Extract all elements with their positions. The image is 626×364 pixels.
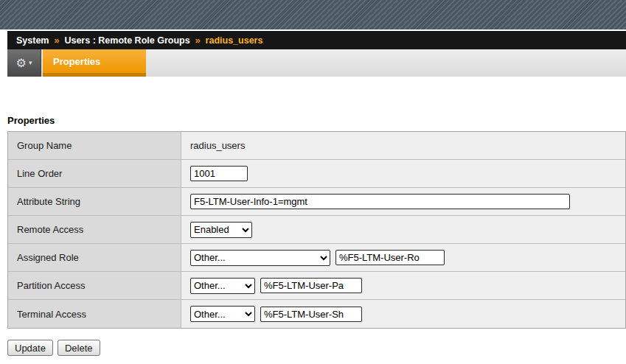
line-order-label: Line Order bbox=[8, 160, 181, 187]
assigned-role-input[interactable] bbox=[335, 250, 445, 265]
breadcrumb-separator-icon: » bbox=[195, 35, 201, 46]
assigned-role-label: Assigned Role bbox=[8, 244, 181, 271]
action-bar: Update Delete bbox=[7, 340, 626, 356]
delete-button[interactable]: Delete bbox=[58, 340, 100, 356]
table-row: Line Order bbox=[8, 160, 625, 188]
breadcrumb-remote-role-groups[interactable]: Users : Remote Role Groups bbox=[64, 35, 189, 46]
attribute-string-label: Attribute String bbox=[8, 188, 181, 215]
remote-access-select[interactable]: Enabled bbox=[190, 222, 252, 238]
table-row: Remote Access Enabled bbox=[8, 216, 625, 244]
breadcrumb-separator-icon: » bbox=[54, 35, 59, 46]
remote-access-label: Remote Access bbox=[8, 216, 181, 243]
table-row: Group Name radius_users bbox=[8, 132, 625, 160]
partition-access-input[interactable] bbox=[260, 278, 362, 293]
terminal-access-label: Terminal Access bbox=[8, 300, 181, 328]
assigned-role-select[interactable]: Other... bbox=[190, 250, 330, 266]
breadcrumb-current-page: radius_users bbox=[206, 35, 263, 46]
line-order-input[interactable] bbox=[190, 166, 248, 181]
table-row: Terminal Access Other... bbox=[8, 300, 625, 328]
table-row: Partition Access Other... bbox=[8, 272, 625, 300]
attribute-string-input[interactable] bbox=[190, 194, 570, 209]
group-name-label: Group Name bbox=[8, 132, 181, 159]
partition-access-label: Partition Access bbox=[8, 272, 181, 299]
chevron-down-icon: ▾ bbox=[29, 60, 32, 66]
properties-table: Group Name radius_users Line Order Attri… bbox=[7, 131, 626, 329]
table-row: Attribute String bbox=[8, 188, 625, 216]
options-menu-button[interactable]: ⚙ ▾ bbox=[7, 49, 41, 77]
section-title: Properties bbox=[7, 115, 626, 126]
gear-icon: ⚙ bbox=[16, 57, 27, 69]
update-button[interactable]: Update bbox=[7, 340, 53, 356]
breadcrumb: System » Users : Remote Role Groups » ra… bbox=[7, 31, 626, 49]
masthead-banner bbox=[0, 0, 626, 29]
tab-properties[interactable]: Properties bbox=[43, 49, 146, 77]
tab-strip: ⚙ ▾ Properties bbox=[7, 49, 626, 77]
table-row: Assigned Role Other... bbox=[8, 244, 625, 272]
terminal-access-input[interactable] bbox=[260, 307, 362, 322]
group-name-value: radius_users bbox=[190, 140, 245, 151]
terminal-access-select[interactable]: Other... bbox=[190, 306, 255, 322]
partition-access-select[interactable]: Other... bbox=[190, 278, 255, 294]
breadcrumb-system[interactable]: System bbox=[16, 35, 49, 46]
